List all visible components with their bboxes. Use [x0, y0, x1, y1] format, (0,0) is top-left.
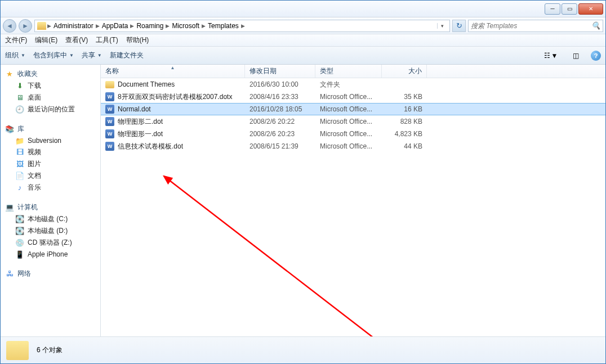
- file-rows: Document Themes2016/6/30 10:00文件夹W8开双面双页…: [101, 78, 605, 152]
- music-icon: ♪: [15, 183, 24, 192]
- breadcrumb-dropdown-icon[interactable]: ▾: [437, 23, 447, 29]
- sidebar-item-documents[interactable]: 📄文档: [3, 170, 98, 182]
- folder-icon: 📁: [15, 136, 24, 145]
- file-type-cell: Microsoft Office...: [315, 130, 382, 138]
- help-icon: ?: [594, 52, 598, 59]
- file-row[interactable]: W信息技术试卷模板.dot2008/6/15 21:39Microsoft Of…: [101, 140, 605, 152]
- sidebar-computer-head[interactable]: 💻计算机: [3, 201, 98, 213]
- sidebar-item-music[interactable]: ♪音乐: [3, 182, 98, 194]
- video-icon: 🎞: [15, 148, 24, 157]
- column-date[interactable]: 修改日期: [245, 65, 315, 78]
- menu-edit[interactable]: 编辑(E): [35, 35, 57, 45]
- sidebar-favorites-head[interactable]: ★收藏夹: [3, 68, 98, 80]
- chevron-right-icon[interactable]: ▶: [96, 23, 100, 29]
- download-icon: ⬇: [15, 82, 24, 91]
- word-document-icon: W: [105, 92, 114, 101]
- minimize-button[interactable]: ─: [545, 3, 560, 15]
- navigation-bar: ◄ ► ▶ Administrator ▶ AppData ▶ Roaming …: [1, 17, 605, 34]
- file-size-cell: 4,823 KB: [382, 130, 427, 138]
- sidebar-libraries-head[interactable]: 📚库: [3, 123, 98, 135]
- chevron-right-icon[interactable]: ▶: [47, 23, 51, 29]
- sidebar-item-downloads[interactable]: ⬇下载: [3, 80, 98, 92]
- sidebar-item-disk-c[interactable]: 💽本地磁盘 (C:): [3, 213, 98, 225]
- status-text: 6 个对象: [37, 345, 63, 355]
- menu-tools[interactable]: 工具(T): [96, 35, 118, 45]
- sidebar-item-disk-d[interactable]: 💽本地磁盘 (D:): [3, 225, 98, 237]
- share-button[interactable]: 共享▼: [82, 51, 102, 60]
- file-date-cell: 2008/2/6 20:23: [245, 130, 315, 138]
- file-type-cell: Microsoft Office...: [315, 142, 382, 150]
- word-document-icon: W: [105, 105, 114, 114]
- file-date-cell: 2008/4/16 23:33: [245, 93, 315, 101]
- sidebar-item-videos[interactable]: 🎞视频: [3, 146, 98, 158]
- sidebar-item-cd-drive[interactable]: 💿CD 驱动器 (Z:): [3, 237, 98, 249]
- sidebar-item-subversion[interactable]: 📁Subversion: [3, 135, 98, 146]
- close-button[interactable]: ✕: [578, 3, 603, 15]
- network-icon: 🖧: [5, 269, 14, 278]
- back-button[interactable]: ◄: [3, 19, 16, 33]
- chevron-right-icon[interactable]: ▶: [166, 23, 170, 29]
- refresh-button[interactable]: ↻: [452, 20, 466, 32]
- file-size-cell: 35 KB: [382, 93, 427, 101]
- file-name-cell: W物理图形二.dot: [101, 117, 245, 127]
- star-icon: ★: [5, 70, 14, 79]
- sort-arrow-icon: ▲: [171, 65, 175, 70]
- column-name[interactable]: 名称▲: [101, 65, 245, 78]
- file-row[interactable]: W物理图形二.dot2008/2/6 20:22Microsoft Office…: [101, 115, 605, 128]
- search-icon[interactable]: 🔍: [591, 21, 600, 30]
- desktop-icon: 🖥: [15, 93, 24, 102]
- menu-file[interactable]: 文件(F): [5, 35, 27, 45]
- breadcrumb-item[interactable]: Administrator: [52, 22, 95, 30]
- forward-button[interactable]: ►: [19, 19, 32, 33]
- chevron-down-icon: ▼: [21, 53, 25, 58]
- menu-view[interactable]: 查看(V): [65, 35, 88, 45]
- titlebar: ─ ▭ ✕: [1, 1, 605, 17]
- breadcrumb-item[interactable]: Templates: [207, 22, 240, 30]
- search-box[interactable]: 🔍: [468, 20, 603, 32]
- new-folder-button[interactable]: 新建文件夹: [110, 51, 144, 60]
- chevron-right-icon[interactable]: ▶: [202, 23, 206, 29]
- toolbar: 组织▼ 包含到库中▼ 共享▼ 新建文件夹 ☷▼ ◫ ?: [1, 47, 605, 65]
- breadcrumb-item[interactable]: Roaming: [135, 22, 164, 30]
- word-document-icon: W: [105, 117, 114, 126]
- file-row[interactable]: W8开双面双页码密封试卷模板2007.dotx2008/4/16 23:33Mi…: [101, 91, 605, 103]
- file-name-cell: W信息技术试卷模板.dot: [101, 142, 245, 151]
- column-type[interactable]: 类型: [315, 65, 382, 78]
- file-list: 名称▲ 修改日期 类型 大小 Document Themes2016/6/30 …: [101, 65, 605, 336]
- sidebar-item-pictures[interactable]: 🖼图片: [3, 158, 98, 170]
- chevron-right-icon[interactable]: ▶: [241, 23, 245, 29]
- preview-pane-button[interactable]: ◫: [566, 50, 585, 62]
- file-size-cell: 16 KB: [382, 105, 427, 113]
- body-area: ★收藏夹 ⬇下载 🖥桌面 🕘最近访问的位置 📚库 📁Subversion 🎞视频…: [1, 65, 605, 336]
- sidebar-item-recent[interactable]: 🕘最近访问的位置: [3, 104, 98, 115]
- sidebar-libraries: 📚库 📁Subversion 🎞视频 🖼图片 📄文档 ♪音乐: [3, 123, 98, 194]
- include-in-library-button[interactable]: 包含到库中▼: [33, 51, 74, 60]
- document-icon: 📄: [15, 172, 24, 181]
- breadcrumb[interactable]: ▶ Administrator ▶ AppData ▶ Roaming ▶ Mi…: [34, 20, 450, 32]
- chevron-right-icon[interactable]: ▶: [130, 23, 134, 29]
- maximize-button[interactable]: ▭: [562, 3, 577, 15]
- menu-help[interactable]: 帮助(H): [126, 35, 149, 45]
- file-row[interactable]: W物理图形一.dot2008/2/6 20:23Microsoft Office…: [101, 128, 605, 140]
- file-row[interactable]: WNormal.dot2016/10/28 18:05Microsoft Off…: [101, 103, 605, 115]
- sidebar-item-desktop[interactable]: 🖥桌面: [3, 92, 98, 104]
- sidebar-network-head[interactable]: 🖧网络: [3, 268, 98, 280]
- help-button[interactable]: ?: [591, 51, 601, 61]
- explorer-window: ─ ▭ ✕ ◄ ► ▶ Administrator ▶ AppData ▶ Ro…: [0, 0, 606, 364]
- word-document-icon: W: [105, 129, 114, 138]
- column-size[interactable]: 大小: [382, 65, 427, 78]
- view-options-button[interactable]: ☷▼: [541, 50, 560, 62]
- sidebar-item-iphone[interactable]: 📱Apple iPhone: [3, 249, 98, 260]
- breadcrumb-item[interactable]: Microsoft: [171, 22, 200, 30]
- computer-icon: 💻: [5, 203, 14, 212]
- chevron-down-icon: ▼: [69, 53, 74, 58]
- cd-icon: 💿: [15, 239, 24, 248]
- file-date-cell: 2008/6/15 21:39: [245, 142, 315, 150]
- library-icon: 📚: [5, 125, 14, 134]
- organize-button[interactable]: 组织▼: [5, 51, 25, 60]
- file-row[interactable]: Document Themes2016/6/30 10:00文件夹: [101, 78, 605, 91]
- breadcrumb-item[interactable]: AppData: [101, 22, 130, 30]
- folder-large-icon: [6, 341, 29, 360]
- toolbar-right: ☷▼ ◫ ?: [541, 50, 601, 62]
- search-input[interactable]: [471, 22, 591, 30]
